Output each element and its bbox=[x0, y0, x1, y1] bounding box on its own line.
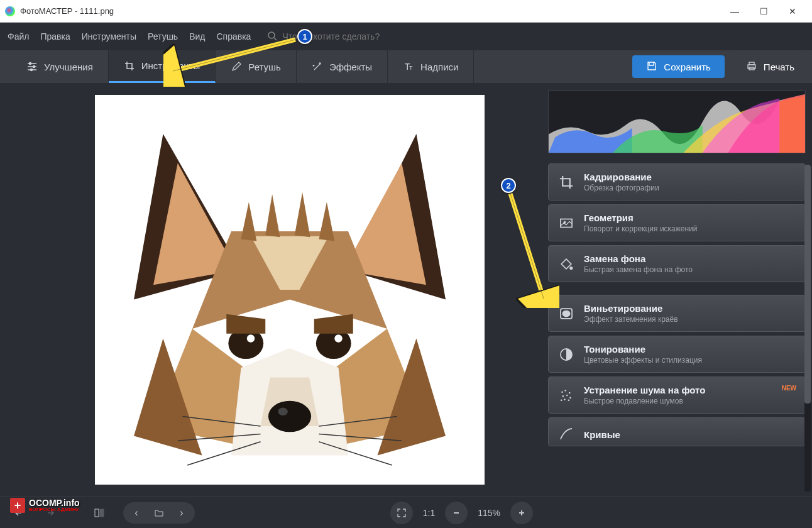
tab-enhancements[interactable]: Улучшения bbox=[11, 50, 109, 83]
next-image-button[interactable]: › bbox=[172, 503, 191, 522]
card-title: Замена фона bbox=[584, 253, 693, 264]
save-button[interactable]: Сохранить bbox=[632, 55, 725, 78]
right-panel: Кадрирование Обрезка фотографии Геометри… bbox=[542, 83, 812, 497]
text-icon: TT bbox=[403, 61, 414, 72]
card-title: Виньетирование bbox=[584, 303, 678, 314]
window-controls: — ☐ ✕ bbox=[720, 2, 807, 21]
card-desc: Быстрое подавление шумов bbox=[584, 397, 705, 405]
svg-rect-46 bbox=[561, 219, 572, 227]
zoom-11-label[interactable]: 1:1 bbox=[419, 508, 439, 518]
zoom-out-button[interactable] bbox=[445, 502, 468, 524]
fit-screen-button[interactable] bbox=[390, 502, 413, 524]
save-icon bbox=[646, 60, 657, 74]
print-button[interactable]: Печать bbox=[732, 55, 808, 78]
main-area: Кадрирование Обрезка фотографии Геометри… bbox=[0, 83, 812, 497]
svg-point-6 bbox=[33, 66, 35, 68]
tab-retouch[interactable]: Ретушь bbox=[216, 50, 297, 83]
compare-button[interactable] bbox=[88, 502, 111, 524]
menu-edit[interactable]: Правка bbox=[40, 31, 70, 41]
svg-text:T: T bbox=[409, 65, 413, 71]
card-background-replace[interactable]: Замена фона Быстрая замена фона на фото bbox=[548, 245, 806, 282]
print-icon bbox=[746, 60, 757, 74]
svg-point-54 bbox=[569, 392, 571, 393]
svg-line-1 bbox=[274, 38, 277, 40]
card-desc: Поворот и коррекция искажений bbox=[584, 224, 698, 233]
sliders-icon bbox=[26, 61, 38, 72]
bucket-icon bbox=[557, 255, 575, 273]
card-crop[interactable]: Кадрирование Обрезка фотографии bbox=[548, 163, 806, 201]
annotation-2: 2 bbox=[501, 178, 516, 193]
tab-label: Инструменты bbox=[141, 60, 200, 71]
noise-icon bbox=[557, 387, 575, 404]
menu-help[interactable]: Справка bbox=[216, 31, 251, 41]
svg-point-59 bbox=[561, 399, 562, 401]
svg-rect-62 bbox=[100, 509, 104, 517]
menu-file[interactable]: Файл bbox=[8, 31, 29, 41]
geometry-icon bbox=[557, 214, 575, 232]
canvas-image[interactable] bbox=[95, 95, 485, 485]
svg-point-27 bbox=[268, 401, 311, 432]
menu-view[interactable]: Вид bbox=[189, 31, 205, 41]
svg-point-57 bbox=[569, 397, 571, 399]
svg-point-32 bbox=[334, 334, 342, 342]
brush-icon bbox=[231, 61, 242, 72]
svg-point-48 bbox=[569, 266, 573, 269]
svg-point-0 bbox=[268, 32, 275, 38]
svg-point-31 bbox=[247, 334, 255, 342]
svg-rect-61 bbox=[95, 509, 99, 517]
tab-label: Улучшения bbox=[44, 62, 93, 72]
card-noise-removal[interactable]: Устранение шума на фото Быстрое подавлен… bbox=[548, 377, 806, 414]
card-title: Геометрия bbox=[584, 212, 698, 223]
svg-point-5 bbox=[30, 63, 31, 65]
annotation-1: 1 bbox=[297, 29, 312, 44]
wand-icon bbox=[312, 61, 323, 72]
card-desc: Быстрая замена фона на фото bbox=[584, 265, 693, 274]
menu-tools[interactable]: Инструменты bbox=[82, 31, 136, 41]
prev-image-button[interactable]: ‹ bbox=[127, 503, 146, 522]
canvas-area bbox=[0, 83, 542, 497]
menu-retouch[interactable]: Ретушь bbox=[148, 31, 178, 41]
maximize-button[interactable]: ☐ bbox=[749, 2, 778, 21]
svg-point-60 bbox=[568, 399, 570, 401]
tab-text[interactable]: TT Надписи bbox=[388, 50, 474, 83]
search-icon bbox=[267, 31, 277, 43]
zoom-in-button[interactable] bbox=[510, 502, 533, 524]
svg-point-28 bbox=[278, 408, 288, 415]
card-toning[interactable]: Тонирование Цветовые эффекты и стилизаци… bbox=[548, 336, 806, 373]
svg-rect-12 bbox=[749, 62, 754, 65]
svg-point-53 bbox=[564, 389, 566, 391]
new-badge: NEW bbox=[782, 385, 796, 392]
zoom-value: 115% bbox=[474, 508, 504, 518]
window-title: ФотоМАСТЕР - 1111.png bbox=[20, 6, 720, 16]
close-button[interactable]: ✕ bbox=[778, 2, 807, 21]
file-nav: ‹ › bbox=[123, 502, 195, 524]
bottombar: ‹ › 1:1 115% bbox=[0, 497, 812, 528]
card-vignette[interactable]: Виньетирование Эффект затемнения краёв bbox=[548, 295, 806, 332]
watermark-sub: ВОПРОСЫ АДМИНУ bbox=[29, 507, 80, 512]
tab-effects[interactable]: Эффекты bbox=[297, 50, 388, 83]
card-title: Тонирование bbox=[584, 344, 702, 355]
tab-label: Ретушь bbox=[248, 62, 281, 72]
scrollbar-thumb[interactable] bbox=[804, 165, 811, 404]
minimize-button[interactable]: — bbox=[720, 2, 749, 21]
tab-tools[interactable]: Инструменты bbox=[109, 50, 216, 83]
card-desc: Эффект затемнения краёв bbox=[584, 315, 678, 324]
open-folder-button[interactable] bbox=[150, 503, 168, 522]
svg-point-56 bbox=[566, 394, 568, 396]
card-curves[interactable]: Кривые bbox=[548, 417, 806, 446]
card-desc: Цветовые эффекты и стилизация bbox=[584, 356, 702, 365]
card-geometry[interactable]: Геометрия Поворот и коррекция искажений bbox=[548, 204, 806, 241]
watermark: + OCOMP.info ВОПРОСЫ АДМИНУ bbox=[10, 498, 80, 513]
card-title: Кривые bbox=[584, 429, 620, 440]
card-title: Кадрирование bbox=[584, 172, 659, 182]
svg-point-7 bbox=[31, 69, 33, 71]
card-title: Устранение шума на фото bbox=[584, 385, 705, 395]
titlebar: ФотоМАСТЕР - 1111.png — ☐ ✕ bbox=[0, 0, 812, 23]
svg-point-50 bbox=[562, 310, 571, 316]
card-desc: Обрезка фотографии bbox=[584, 184, 659, 192]
histogram[interactable] bbox=[548, 91, 806, 153]
app-icon bbox=[5, 6, 15, 16]
svg-point-58 bbox=[564, 399, 566, 400]
scrollbar[interactable] bbox=[804, 165, 811, 492]
crop-icon bbox=[557, 173, 575, 191]
